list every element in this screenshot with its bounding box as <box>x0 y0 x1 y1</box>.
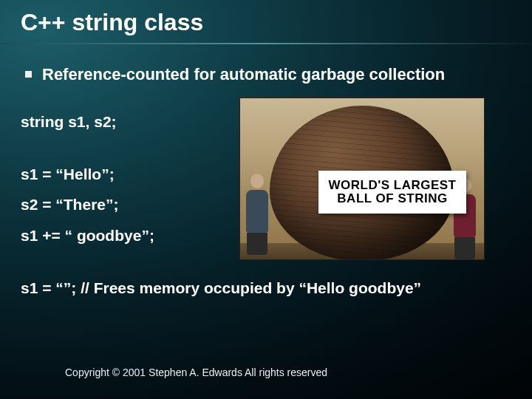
person-left <box>245 174 270 255</box>
bullet-item: Reference-counted for automatic garbage … <box>25 65 514 84</box>
illustration-photo: WORLD'S LARGEST BALL OF STRING <box>239 98 485 260</box>
copyright: Copyright © 2001 Stephen A. Edwards All … <box>65 366 327 378</box>
person-legs <box>454 237 475 259</box>
bullet-text: Reference-counted for automatic garbage … <box>42 65 445 83</box>
code-assign-4: s1 = “”; // Frees memory occupied by “He… <box>21 279 421 297</box>
code-assign-3: s1 += “ goodbye”; <box>21 226 154 245</box>
code-assign-2: s2 = “There”; <box>21 195 154 214</box>
person-body <box>246 190 268 233</box>
slide-title: C++ string class <box>21 9 203 36</box>
code-comment: // Frees memory occupied by “Hello goodb… <box>81 279 421 296</box>
code-block: string s1, s2; s1 = “Hello”; s2 = “There… <box>21 112 154 256</box>
code-assign-4-code: s1 = “”; <box>21 279 81 296</box>
code-assign-1: s1 = “Hello”; <box>21 165 154 183</box>
photo-sign: WORLD'S LARGEST BALL OF STRING <box>318 171 466 214</box>
slide: C++ string class Reference-counted for a… <box>0 0 532 399</box>
sign-line1: WORLD'S LARGEST <box>318 179 466 192</box>
person-legs <box>247 233 267 255</box>
title-underline <box>0 43 532 44</box>
code-decl: string s1, s2; <box>21 112 154 131</box>
person-head <box>250 174 264 188</box>
sign-line2: BALL OF STRING <box>318 192 466 205</box>
bullet-icon <box>25 71 32 78</box>
